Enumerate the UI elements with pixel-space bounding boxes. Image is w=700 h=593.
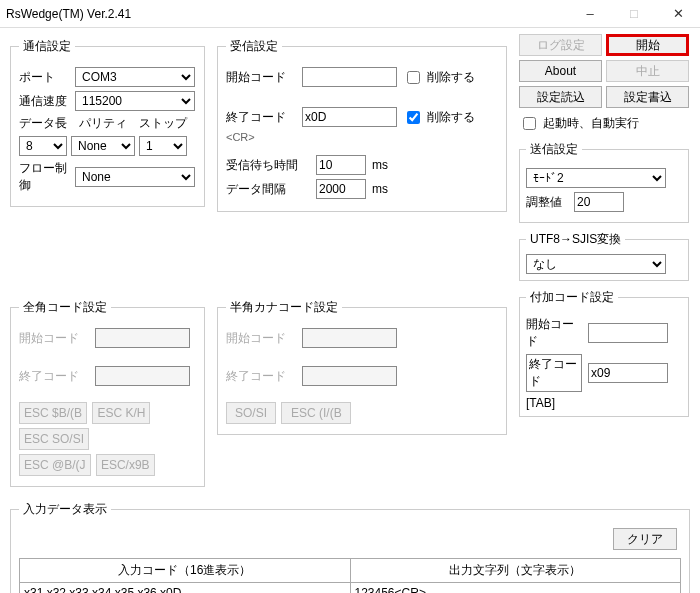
baud-select[interactable]: 115200 — [75, 91, 195, 111]
conv-group: UTF8→SJIS変換 なし — [519, 231, 689, 281]
close-button[interactable]: ✕ — [656, 0, 700, 28]
send-legend: 送信設定 — [526, 141, 582, 158]
stop-button: 中止 — [606, 60, 689, 82]
port-select[interactable]: COM3 — [75, 67, 195, 87]
zen-btn-2: ESC K/H — [92, 402, 150, 424]
stop-select[interactable]: 1 — [139, 136, 187, 156]
clear-button[interactable]: クリア — [613, 528, 677, 550]
zen-legend: 全角コード設定 — [19, 299, 111, 316]
zen-btn-1: ESC $B/(B — [19, 402, 87, 424]
gap-label: データ間隔 — [226, 181, 310, 198]
adj-label: 調整値 — [526, 194, 568, 211]
add-code-group: 付加コード設定 開始コード 終了コード [TAB] — [519, 289, 689, 417]
start-delete-checkbox[interactable] — [407, 71, 420, 84]
window-title: RsWedge(TM) Ver.2.41 — [6, 7, 568, 21]
send-mode-select[interactable]: ﾓｰﾄﾞ2 — [526, 168, 666, 188]
zen-end-label: 終了コード — [19, 368, 89, 385]
wait-input[interactable] — [316, 155, 366, 175]
han-start-input — [302, 328, 397, 348]
recv-legend: 受信設定 — [226, 38, 282, 55]
settings-read-button[interactable]: 設定読込 — [519, 86, 602, 108]
io-head-out: 出力文字列（文字表示） — [351, 559, 681, 583]
wait-unit: ms — [372, 158, 388, 172]
autorun-label[interactable]: 起動時、自動実行 — [519, 114, 639, 133]
send-settings-group: 送信設定 ﾓｰﾄﾞ2 調整値 — [519, 141, 689, 223]
io-body-in[interactable]: x31 x32 x33 x34 x35 x36 x0D — [20, 583, 350, 593]
zen-start-input — [95, 328, 190, 348]
settings-write-button[interactable]: 設定書込 — [606, 86, 689, 108]
adj-input[interactable] — [574, 192, 624, 212]
han-code-group: 半角カナコード設定 開始コード 終了コード SO/SI ESC (I/(B — [217, 299, 507, 435]
end-delete-label[interactable]: 削除する — [403, 108, 475, 127]
io-body-out[interactable]: 123456<CR> — [351, 583, 681, 593]
cr-note: <CR> — [226, 131, 498, 143]
conv-select[interactable]: なし — [526, 254, 666, 274]
end-code-input[interactable] — [302, 107, 397, 127]
han-btn-2: ESC (I/(B — [281, 402, 351, 424]
about-button[interactable]: About — [519, 60, 602, 82]
port-label: ポート — [19, 69, 75, 86]
parity-select[interactable]: None — [71, 136, 135, 156]
maximize-button: □ — [612, 0, 656, 28]
han-legend: 半角カナコード設定 — [226, 299, 342, 316]
gap-input[interactable] — [316, 179, 366, 199]
start-button[interactable]: 開始 — [606, 34, 689, 56]
io-legend: 入力データ表示 — [19, 501, 111, 518]
wait-label: 受信待ち時間 — [226, 157, 310, 174]
flow-label: フロー制御 — [19, 160, 75, 194]
start-code-label: 開始コード — [226, 69, 296, 86]
zen-btn-5: ESC/x9B — [96, 454, 155, 476]
zen-code-group: 全角コード設定 開始コード 終了コード ESC $B/(B ESC K/H ES… — [10, 299, 205, 487]
data-label: データ長 — [19, 115, 67, 132]
tab-note: [TAB] — [526, 396, 682, 410]
baud-label: 通信速度 — [19, 93, 75, 110]
add-start-label: 開始コード — [526, 316, 582, 350]
comm-settings-group: 通信設定 ポート COM3 通信速度 115200 データ長 パリティ ストップ… — [10, 38, 205, 207]
han-end-input — [302, 366, 397, 386]
autorun-checkbox[interactable] — [523, 117, 536, 130]
add-end-label: 終了コード — [526, 354, 582, 392]
add-start-input[interactable] — [588, 323, 668, 343]
end-delete-checkbox[interactable] — [407, 111, 420, 124]
gap-unit: ms — [372, 182, 388, 196]
io-head-in: 入力コード（16進表示） — [20, 559, 350, 583]
data-select[interactable]: 8 — [19, 136, 67, 156]
io-group: 入力データ表示 クリア 入力コード（16進表示） x31 x32 x33 x34… — [10, 501, 690, 593]
zen-btn-4: ESC @B/(J — [19, 454, 91, 476]
flow-select[interactable]: None — [75, 167, 195, 187]
start-delete-label[interactable]: 削除する — [403, 68, 475, 87]
add-legend: 付加コード設定 — [526, 289, 618, 306]
stop-label: ストップ — [139, 115, 187, 132]
han-btn-1: SO/SI — [226, 402, 276, 424]
han-end-label: 終了コード — [226, 368, 296, 385]
han-start-label: 開始コード — [226, 330, 296, 347]
conv-legend: UTF8→SJIS変換 — [526, 231, 625, 248]
minimize-button[interactable]: – — [568, 0, 612, 28]
log-settings-button: ログ設定 — [519, 34, 602, 56]
recv-settings-group: 受信設定 開始コード 削除する 終了コード 削除する <CR> — [217, 38, 507, 212]
zen-btn-3: ESC SO/SI — [19, 428, 89, 450]
comm-legend: 通信設定 — [19, 38, 75, 55]
end-code-label: 終了コード — [226, 109, 296, 126]
zen-start-label: 開始コード — [19, 330, 89, 347]
parity-label: パリティ — [79, 115, 127, 132]
start-code-input[interactable] — [302, 67, 397, 87]
add-end-input[interactable] — [588, 363, 668, 383]
zen-end-input — [95, 366, 190, 386]
